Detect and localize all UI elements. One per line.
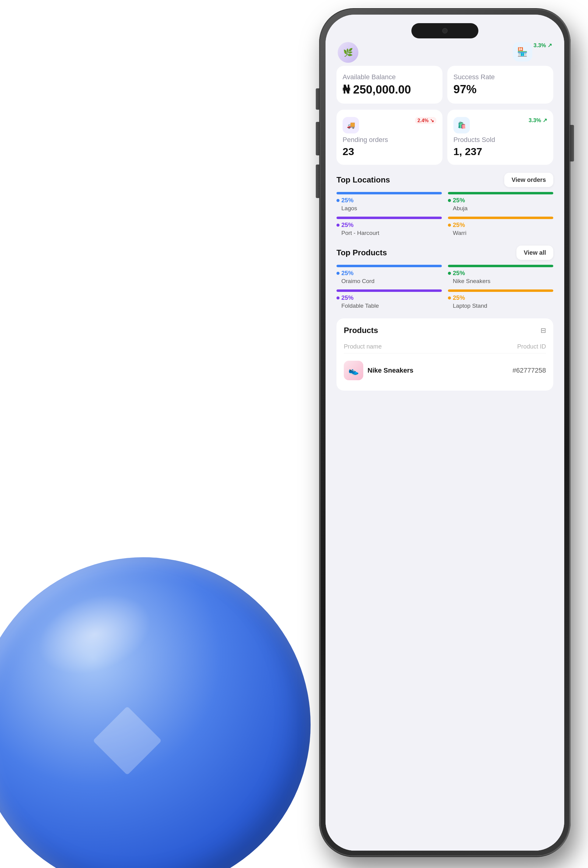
stats-row-2: 🚚 2.4% ↘ Pending orders 23 🛍️ 3.3% xyxy=(336,110,553,165)
oraimo-bar xyxy=(336,265,442,267)
col-product-name: Product name xyxy=(344,343,382,350)
location-item-portharcourt: 25% Port - Harcourt xyxy=(336,217,442,236)
pending-label: Pending orders xyxy=(343,136,436,144)
oraimo-dot xyxy=(336,272,339,275)
lagos-bar xyxy=(336,192,442,194)
lagos-pct: 25% xyxy=(341,197,354,204)
sold-badge: 3.3% ↗ xyxy=(529,117,547,124)
top-locations-header: Top Locations View orders xyxy=(336,173,553,187)
location-item-lagos: 25% Lagos xyxy=(336,192,442,212)
products-grid: 25% Oraimo Cord 25% Nike Sneakers xyxy=(336,265,553,309)
sold-label: Products Sold xyxy=(453,136,547,144)
warri-pct-row: 25% xyxy=(448,221,553,229)
product-item-foldable: 25% Foldable Table xyxy=(336,289,442,309)
nike-bar xyxy=(448,265,553,267)
products-section-title: Products xyxy=(344,326,378,335)
pending-card-header: 🚚 2.4% ↘ xyxy=(343,117,436,133)
portharcourt-pct-row: 25% xyxy=(336,221,442,229)
nike-pct: 25% xyxy=(453,270,465,277)
avatar-icon[interactable]: 🌿 xyxy=(338,42,358,63)
locations-grid: 25% Lagos 25% Abuja xyxy=(336,192,553,236)
laptop-name: Laptop Stand xyxy=(448,303,553,309)
abuja-name: Abuja xyxy=(448,205,553,212)
balance-card: Available Balance ₦ 250,000.00 xyxy=(336,66,442,103)
laptop-pct-row: 25% xyxy=(448,294,553,301)
laptop-pct: 25% xyxy=(453,294,465,301)
avatar-emoji: 🌿 xyxy=(343,48,353,57)
camera-dot xyxy=(442,28,448,34)
product-item-laptop: 25% Laptop Stand xyxy=(448,289,553,309)
foldable-bar xyxy=(336,289,442,292)
pending-value: 23 xyxy=(343,146,436,158)
sold-card-header: 🛍️ 3.3% ↗ xyxy=(453,117,547,133)
silent-switch xyxy=(316,89,320,110)
product-item-oraimo: 25% Oraimo Cord xyxy=(336,265,442,285)
balance-value: ₦ 250,000.00 xyxy=(343,83,436,96)
shop-icon-badge: 🏪 3.3% ↗ xyxy=(513,42,552,62)
col-product-id: Product ID xyxy=(517,343,546,350)
shop-badge: 3.3% ↗ xyxy=(533,42,552,49)
oraimo-pct: 25% xyxy=(341,270,354,277)
view-all-button[interactable]: View all xyxy=(516,245,553,260)
sold-value: 1, 237 xyxy=(453,146,547,158)
table-columns: Product name Product ID xyxy=(344,340,546,353)
abuja-pct-row: 25% xyxy=(448,197,553,204)
sold-icon: 🛍️ xyxy=(453,117,470,133)
product-name: Nike Sneakers xyxy=(367,366,413,375)
top-products-header: Top Products View all xyxy=(336,245,553,260)
filter-icon[interactable]: ⊟ xyxy=(541,326,546,335)
products-table-header: Products ⊟ xyxy=(344,326,546,335)
products-section: Products ⊟ Product name Product ID 👟 Nik… xyxy=(336,318,553,391)
power-button xyxy=(570,125,574,161)
foldable-pct: 25% xyxy=(341,294,354,301)
decorative-sphere xyxy=(0,557,311,868)
pending-card: 🚚 2.4% ↘ Pending orders 23 xyxy=(336,110,442,165)
foldable-bar-fill xyxy=(336,289,442,292)
nike-pct-row: 25% xyxy=(448,270,553,277)
warri-name: Warri xyxy=(448,230,553,236)
stats-row-1: Available Balance ₦ 250,000.00 Success R… xyxy=(336,66,553,103)
portharcourt-name: Port - Harcourt xyxy=(336,230,442,236)
location-item-abuja: 25% Abuja xyxy=(448,192,553,212)
view-orders-button[interactable]: View orders xyxy=(504,173,553,187)
lagos-bar-fill xyxy=(336,192,442,194)
laptop-bar xyxy=(448,289,553,292)
phone-frame: 🌿 🏪 3.3% ↗ Available Balance ₦ 250,000.0… xyxy=(320,9,570,856)
success-label: Success Rate xyxy=(453,73,547,81)
success-card: Success Rate 97% xyxy=(447,66,553,103)
nike-dot xyxy=(448,272,451,275)
lagos-pct-row: 25% xyxy=(336,197,442,204)
phone-device: 🌿 🏪 3.3% ↗ Available Balance ₦ 250,000.0… xyxy=(320,9,570,856)
volume-down-button xyxy=(316,164,320,198)
foldable-name: Foldable Table xyxy=(336,303,442,309)
dynamic-island xyxy=(411,23,478,38)
phone-screen: 🌿 🏪 3.3% ↗ Available Balance ₦ 250,000.0… xyxy=(326,15,564,851)
product-thumbnail: 👟 xyxy=(344,361,363,380)
nike-name: Nike Sneakers xyxy=(448,278,553,285)
portharcourt-bar-fill xyxy=(336,217,442,219)
foldable-dot xyxy=(336,297,339,300)
warri-bar xyxy=(448,217,553,219)
top-products-title: Top Products xyxy=(336,248,387,257)
product-item-nike: 25% Nike Sneakers xyxy=(448,265,553,285)
shop-icon[interactable]: 🏪 xyxy=(513,42,532,62)
abuja-pct: 25% xyxy=(453,197,465,204)
pending-icon: 🚚 xyxy=(343,117,359,133)
top-locations-title: Top Locations xyxy=(336,175,390,185)
portharcourt-bar xyxy=(336,217,442,219)
nike-bar-fill xyxy=(448,265,553,267)
top-icon-row: 🌿 🏪 3.3% ↗ xyxy=(336,42,553,63)
lagos-name: Lagos xyxy=(336,205,442,212)
screen-content: 🌿 🏪 3.3% ↗ Available Balance ₦ 250,000.0… xyxy=(326,15,564,851)
balance-label: Available Balance xyxy=(343,73,436,81)
warri-pct: 25% xyxy=(453,221,465,229)
portharcourt-dot xyxy=(336,224,339,227)
oraimo-pct-row: 25% xyxy=(336,270,442,277)
table-row: 👟 Nike Sneakers #62777258 xyxy=(344,358,546,383)
product-row-left: 👟 Nike Sneakers xyxy=(344,361,413,380)
oraimo-name: Oraimo Cord xyxy=(336,278,442,285)
laptop-bar-fill xyxy=(448,289,553,292)
success-value: 97% xyxy=(453,83,547,96)
laptop-dot xyxy=(448,297,451,300)
sphere-diamond xyxy=(93,706,162,775)
